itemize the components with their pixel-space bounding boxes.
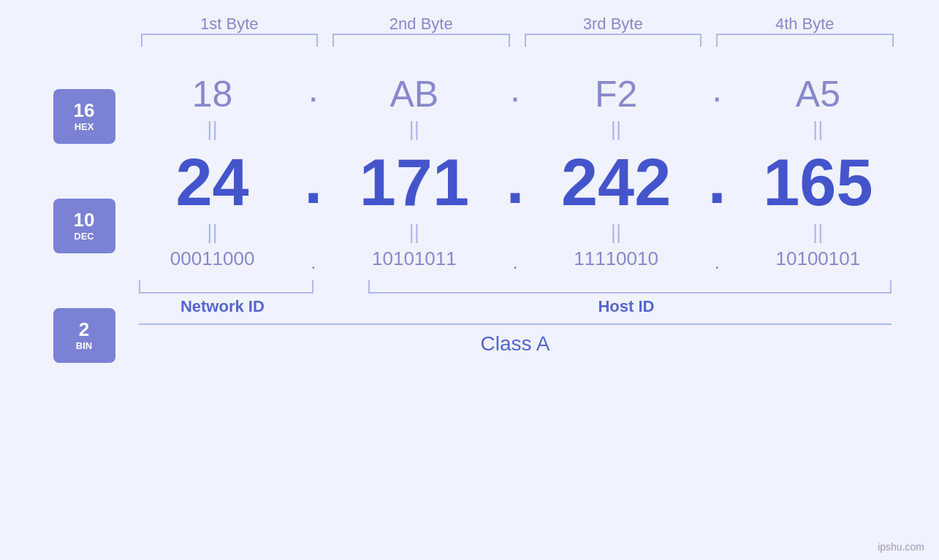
bin-cell-3: 11110010 — [536, 245, 697, 279]
equals-cell-4b: || — [737, 219, 899, 245]
bracket-labels: Network ID Host ID — [132, 297, 899, 316]
hex-badge-number: 16 — [74, 101, 95, 120]
dec-dot-1: . — [293, 143, 333, 218]
byte-header-4: 4th Byte — [709, 15, 901, 34]
class-label: Class A — [132, 332, 899, 356]
equals-cell-3: || — [536, 116, 697, 142]
content-row: 16 HEX 10 DEC 2 BIN 18 . — [0, 61, 939, 390]
hex-cell-2: AB — [333, 61, 495, 116]
bracket-top-1 — [141, 34, 319, 47]
equals-cell-2b: || — [333, 219, 495, 245]
equals-row-1: || || || || — [132, 116, 899, 142]
hex-badge-text: HEX — [75, 121, 94, 132]
bin-cell-4: 10100101 — [737, 245, 899, 279]
bin-dot-2: . — [495, 251, 536, 274]
byte-headers-row: 1st Byte 2nd Byte 3rd Byte 4th Byte — [134, 15, 901, 34]
top-brackets — [134, 34, 901, 47]
hex-cell-1: 18 — [132, 61, 293, 116]
network-id-label: Network ID — [132, 297, 313, 316]
dec-cell-1: 24 — [132, 142, 293, 219]
host-bracket — [368, 280, 892, 294]
hex-row: 18 . AB . F2 . A5 — [132, 61, 899, 116]
hex-cell-3: F2 — [536, 61, 697, 116]
dec-badge: 10 DEC — [53, 199, 115, 253]
dec-cell-3: 242 — [536, 142, 697, 219]
dec-badge-number: 10 — [74, 210, 95, 229]
dec-dot-2: . — [495, 143, 536, 218]
dec-dot-3: . — [697, 143, 737, 218]
hex-badge: 16 HEX — [53, 89, 115, 144]
bin-dot-3: . — [697, 251, 737, 274]
bin-badge-number: 2 — [79, 320, 89, 339]
hex-dot-2: . — [495, 68, 536, 110]
equals-cell-4: || — [737, 116, 899, 142]
byte-header-2: 2nd Byte — [325, 15, 517, 34]
class-line — [139, 323, 892, 325]
values-grid: 18 . AB . F2 . A5 — [132, 61, 899, 356]
dec-badge-text: DEC — [74, 231, 94, 242]
equals-row-2: || || || || — [132, 219, 899, 245]
bottom-brackets — [132, 280, 899, 294]
bin-cell-2: 10101011 — [333, 245, 495, 279]
dec-cell-4: 165 — [737, 142, 899, 219]
bracket-top-3 — [525, 34, 702, 47]
equals-cell-1b: || — [132, 219, 293, 245]
host-id-label: Host ID — [354, 297, 899, 316]
bin-row: 00011000 . 10101011 . 11110010 . — [132, 245, 899, 279]
bracket-top-4 — [716, 34, 894, 47]
hex-dot-3: . — [697, 68, 737, 110]
byte-header-1: 1st Byte — [134, 15, 326, 34]
dec-row: 24 . 171 . 242 . 165 — [132, 142, 899, 219]
equals-cell-1: || — [132, 116, 293, 142]
bracket-top-2 — [332, 34, 510, 47]
equals-cell-2: || — [333, 116, 495, 142]
bin-dot-1: . — [293, 251, 333, 274]
watermark: ipshu.com — [878, 541, 924, 553]
bin-badge: 2 BIN — [53, 308, 115, 363]
network-bracket — [139, 280, 313, 294]
byte-header-3: 3rd Byte — [517, 15, 710, 34]
bin-cell-1: 00011000 — [132, 245, 293, 279]
equals-cell-3b: || — [536, 219, 697, 245]
labels-column: 16 HEX 10 DEC 2 BIN — [37, 61, 132, 390]
hex-dot-1: . — [293, 68, 333, 110]
dec-cell-2: 171 — [333, 142, 495, 219]
bin-badge-text: BIN — [76, 340, 92, 351]
hex-cell-4: A5 — [737, 61, 899, 116]
main-container: 1st Byte 2nd Byte 3rd Byte 4th Byte 16 H… — [0, 0, 939, 560]
